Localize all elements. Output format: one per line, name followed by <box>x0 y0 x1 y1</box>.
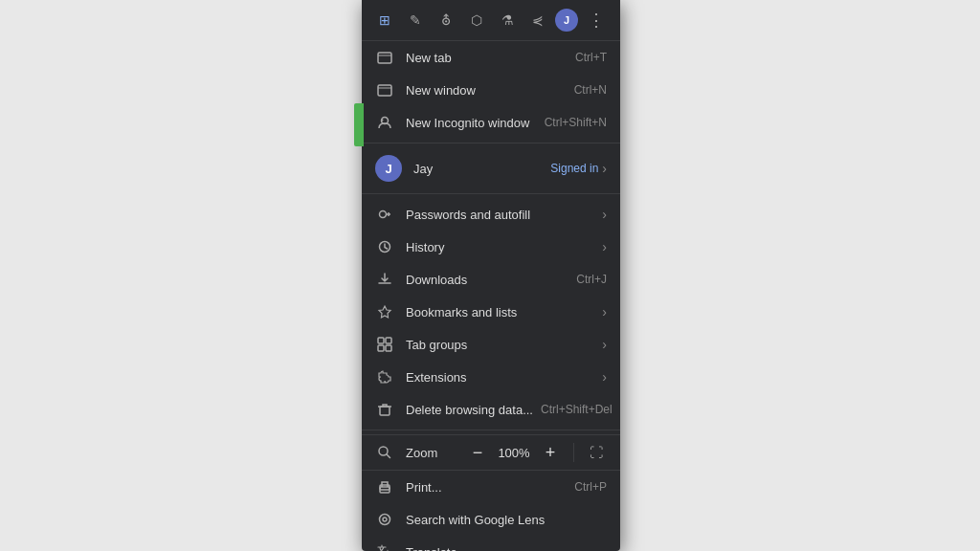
print-icon <box>375 477 394 496</box>
svg-rect-1 <box>378 85 391 96</box>
avatar: J <box>375 155 402 182</box>
extensions-menu-icon <box>375 367 394 386</box>
puzzle-icon[interactable]: ⬡ <box>463 7 490 33</box>
flask-icon[interactable]: ⚗ <box>494 7 521 33</box>
history-arrow-icon: › <box>602 239 607 254</box>
extensions-arrow-icon: › <box>602 369 607 385</box>
new-window-shortcut: Ctrl+N <box>574 83 607 97</box>
toolbar-row: ⊞ ✎ ⛢ ⬡ ⚗ ⋞ J ⋮ <box>362 0 620 41</box>
menu-item-history[interactable]: History › <box>362 231 620 263</box>
menu-item-incognito[interactable]: New Incognito window Ctrl+Shift+N <box>362 106 620 139</box>
delete-browsing-shortcut: Ctrl+Shift+Del <box>541 403 612 416</box>
shield-icon[interactable]: ⛢ <box>433 7 459 33</box>
google-lens-label: Search with Google Lens <box>406 513 607 527</box>
downloads-shortcut: Ctrl+J <box>576 273 607 286</box>
google-lens-icon <box>375 510 394 529</box>
menu-item-print[interactable]: Print... Ctrl+P <box>362 471 620 503</box>
svg-point-15 <box>380 515 390 525</box>
menu-item-new-tab[interactable]: New tab Ctrl+T <box>362 41 620 74</box>
menu-item-new-window[interactable]: New window Ctrl+N <box>362 74 620 106</box>
pen-icon[interactable]: ✎ <box>402 7 429 33</box>
delete-browsing-label: Delete browsing data... <box>406 403 533 417</box>
new-window-label: New window <box>406 83 567 98</box>
zoom-icon <box>375 443 394 462</box>
divider-3 <box>362 430 620 430</box>
zoom-divider <box>573 443 574 462</box>
zoom-label: Zoom <box>406 446 466 460</box>
svg-rect-9 <box>378 345 384 351</box>
tab-groups-icon <box>375 335 394 354</box>
downloads-icon <box>375 270 394 289</box>
history-icon <box>375 237 394 256</box>
svg-rect-8 <box>386 338 391 343</box>
zoom-row: Zoom − 100% + ⛶ <box>362 434 620 471</box>
menu-items-container: New tab Ctrl+T New window Ctrl+N <box>362 41 620 551</box>
svg-rect-10 <box>386 345 391 351</box>
menu-item-passwords[interactable]: Passwords and autofill › <box>362 198 620 231</box>
menu-item-delete-browsing[interactable]: Delete browsing data... Ctrl+Shift+Del <box>362 393 620 426</box>
menu-item-bookmarks[interactable]: Bookmarks and lists › <box>362 296 620 328</box>
svg-rect-0 <box>378 53 391 63</box>
translate-label: Translate... <box>406 545 607 552</box>
menu-item-google-lens[interactable]: Search with Google Lens <box>362 503 620 536</box>
passwords-icon <box>375 205 394 224</box>
incognito-icon <box>375 113 394 132</box>
svg-rect-7 <box>378 338 384 343</box>
new-tab-icon <box>375 48 394 67</box>
zoom-in-button[interactable]: + <box>539 441 562 464</box>
new-tab-shortcut: Ctrl+T <box>575 51 607 64</box>
profile-name: Jay <box>413 162 550 176</box>
chrome-menu: ⊞ ✎ ⛢ ⬡ ⚗ ⋞ J ⋮ New tab Ctrl+T <box>362 0 620 551</box>
grid-icon[interactable]: ⋞ <box>524 7 551 33</box>
tab-groups-arrow-icon: › <box>602 337 607 352</box>
svg-point-3 <box>382 120 384 121</box>
passwords-arrow-icon: › <box>602 207 607 222</box>
menu-item-translate[interactable]: Translate... <box>362 536 620 551</box>
bookmarks-label: Bookmarks and lists <box>406 305 594 320</box>
divider-1 <box>362 143 620 143</box>
zoom-controls: − 100% + ⛶ <box>466 441 607 464</box>
downloads-label: Downloads <box>406 273 568 287</box>
svg-point-16 <box>383 518 387 521</box>
menu-item-tab-groups[interactable]: Tab groups › <box>362 328 620 361</box>
incognito-label: New Incognito window <box>406 116 537 130</box>
signed-in-label: Signed in <box>550 162 598 175</box>
passwords-label: Passwords and autofill <box>406 208 594 222</box>
menu-item-downloads[interactable]: Downloads Ctrl+J <box>362 263 620 296</box>
extensions-label: Extensions <box>406 370 594 385</box>
zoom-value: 100% <box>497 446 531 460</box>
bookmarks-icon <box>375 302 394 321</box>
green-tab-indicator <box>354 103 364 146</box>
svg-marker-6 <box>379 306 390 318</box>
print-label: Print... <box>406 480 567 495</box>
incognito-shortcut: Ctrl+Shift+N <box>545 116 607 129</box>
profile-item[interactable]: J Jay Signed in › <box>362 147 620 189</box>
svg-point-4 <box>380 211 387 218</box>
zoom-out-button[interactable]: − <box>466 441 489 464</box>
extensions-icon[interactable]: ⊞ <box>371 7 398 33</box>
new-tab-label: New tab <box>406 51 568 65</box>
fullscreen-button[interactable]: ⛶ <box>586 443 607 462</box>
menu-item-extensions[interactable]: Extensions › <box>362 361 620 393</box>
history-label: History <box>406 240 594 254</box>
new-window-icon <box>375 80 394 99</box>
svg-rect-11 <box>380 407 390 415</box>
divider-2 <box>362 193 620 194</box>
translate-menu-icon <box>375 542 394 551</box>
profile-arrow-icon: › <box>602 161 607 176</box>
delete-browsing-icon <box>375 400 394 419</box>
page-background: ⊞ ✎ ⛢ ⬡ ⚗ ⋞ J ⋮ New tab Ctrl+T <box>0 0 980 551</box>
print-shortcut: Ctrl+P <box>574 480 607 494</box>
tab-groups-label: Tab groups <box>406 338 594 352</box>
more-options-icon[interactable]: ⋮ <box>582 6 611 34</box>
profile-avatar-icon[interactable]: J <box>555 9 578 32</box>
bookmarks-arrow-icon: › <box>602 304 607 320</box>
